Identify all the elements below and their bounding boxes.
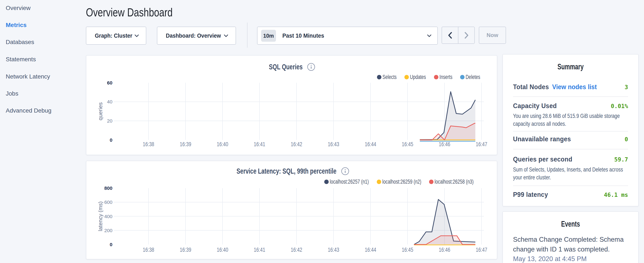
sidebar-item-statements[interactable]: Statements <box>6 55 36 64</box>
x-tick-label: 16:38 <box>143 141 154 147</box>
x-tick-label: 16:43 <box>328 247 339 253</box>
summary-title: Summary <box>520 62 622 72</box>
summary-row-value: 46.1 ms <box>604 191 628 199</box>
y-tick-label: 800 <box>104 185 112 191</box>
summary-row-label: Capacity Used <box>513 102 557 110</box>
summary-row: Unavailable ranges0 <box>513 132 628 149</box>
service-latency-card: Service Latency: SQL, 99th percentile lo… <box>86 161 497 259</box>
sidebar-item-overview[interactable]: Overview <box>6 4 30 12</box>
x-tick-label: 16:47 <box>476 141 487 147</box>
y-tick-label: 60 <box>107 80 112 86</box>
sidebar-item-network-latency[interactable]: Network Latency <box>6 72 50 81</box>
y-tick-label: 20 <box>107 118 112 124</box>
view-nodes-list-link[interactable]: View nodes list <box>552 83 597 91</box>
summary-row: P99 latency46.1 ms <box>513 186 628 199</box>
time-pager <box>442 27 475 44</box>
summary-row-header: P99 latency46.1 ms <box>513 190 628 199</box>
x-tick-label: 16:44 <box>365 141 376 147</box>
summary-row: Capacity Used0.01%You are using 28.6 MiB… <box>513 97 628 132</box>
y-tick-label: 600 <box>104 199 112 205</box>
page: OverviewMetricsDatabasesStatementsNetwor… <box>0 0 644 263</box>
sidebar-item-advanced-debug[interactable]: Advanced Debug <box>6 106 52 115</box>
x-tick-label: 16:46 <box>439 141 450 147</box>
summary-row-label: P99 latency <box>513 190 548 199</box>
x-tick-label: 16:40 <box>217 247 228 253</box>
page-title: Overview Dashboard <box>86 4 173 21</box>
sidebar-item-metrics[interactable]: Metrics <box>6 21 26 29</box>
x-tick-label: 16:46 <box>439 247 450 253</box>
y-tick-label: 40 <box>107 99 112 105</box>
summary-row-value: 0 <box>625 135 628 144</box>
summary-row-value: 59.7 <box>614 155 628 164</box>
summary-row-value: 0.01% <box>611 102 628 110</box>
toolbar-divider <box>247 23 248 48</box>
summary-row-header: Capacity Used0.01% <box>513 102 628 110</box>
chevron-left-icon <box>448 32 452 39</box>
x-tick-label: 16:39 <box>180 141 191 147</box>
summary-row-label: Queries per second <box>513 155 572 164</box>
events-panel: Events Schema Change Completed: Schema c… <box>502 211 639 263</box>
x-tick-label: 16:42 <box>291 247 302 253</box>
summary-row-subtext: Sum of Selects, Updates, Inserts, and De… <box>513 166 629 181</box>
sql-queries-plot: 020406016:3816:3916:4016:4116:4216:4316:… <box>86 56 497 155</box>
x-tick-label: 16:41 <box>254 141 265 147</box>
x-tick-label: 16:47 <box>476 247 487 253</box>
summary-row: Queries per second59.7Sum of Selects, Up… <box>513 149 628 186</box>
chevron-right-icon <box>464 32 468 39</box>
x-tick-label: 16:44 <box>365 247 376 253</box>
x-tick-label: 16:40 <box>217 141 228 147</box>
dashboard-dropdown[interactable]: Dashboard: Overview <box>157 27 236 45</box>
summary-row-label: Unavailable ranges <box>513 135 571 143</box>
y-axis-title: latency (ms) <box>98 201 103 231</box>
x-tick-label: 16:45 <box>402 141 413 147</box>
time-range-badge: 10m <box>261 30 276 42</box>
summary-row: Total NodesView nodes list3 <box>513 72 628 97</box>
x-tick-label: 16:41 <box>254 247 265 253</box>
y-tick-label: 0 <box>110 137 112 143</box>
chevron-down-icon <box>134 35 139 37</box>
x-tick-label: 16:43 <box>328 141 339 147</box>
time-range-picker[interactable]: 10m Past 10 Minutes <box>257 27 438 45</box>
x-tick-label: 16:38 <box>143 247 154 253</box>
x-tick-label: 16:39 <box>180 247 191 253</box>
graph-dropdown-label: Graph: Cluster <box>95 32 132 39</box>
event-message: Schema Change Completed: Schema change w… <box>513 235 628 254</box>
summary-row-header: Queries per second59.7 <box>513 155 628 164</box>
summary-row-header: Unavailable ranges0 <box>513 135 628 144</box>
sidebar-item-databases[interactable]: Databases <box>6 38 34 46</box>
y-axis-title: queries <box>98 102 103 120</box>
y-tick-label: 400 <box>104 214 112 219</box>
chevron-down-icon <box>224 35 228 37</box>
x-tick-label: 16:42 <box>291 141 302 147</box>
chevron-down-icon <box>427 35 432 37</box>
sidebar-item-jobs[interactable]: Jobs <box>6 89 18 98</box>
time-forward-button[interactable] <box>458 27 474 43</box>
event-timestamp: May 13, 2020 at 4:45 PM <box>513 255 628 263</box>
x-tick-label: 16:45 <box>402 247 413 253</box>
summary-panel: Summary Total NodesView nodes list3Capac… <box>502 54 639 206</box>
graph-dropdown[interactable]: Graph: Cluster <box>86 27 146 45</box>
service-latency-plot: 020040060080016:3816:3916:4016:4116:4216… <box>86 161 497 259</box>
sql-queries-card: SQL Queries SelectsUpdatesInsertsDeletes… <box>86 55 497 155</box>
summary-rows: Total NodesView nodes list3Capacity Used… <box>503 72 638 199</box>
events-title: Events <box>520 219 622 229</box>
y-tick-label: 0 <box>110 242 112 247</box>
dashboard-dropdown-label: Dashboard: Overview <box>166 32 221 39</box>
now-button[interactable]: Now <box>479 27 506 44</box>
summary-row-label: Total Nodes <box>513 83 549 91</box>
events-list: Schema Change Completed: Schema change w… <box>503 235 638 263</box>
time-back-button[interactable] <box>442 27 458 43</box>
time-range-label: Past 10 Minutes <box>282 32 324 39</box>
summary-row-value: 3 <box>625 83 628 92</box>
summary-row-header: Total NodesView nodes list3 <box>513 83 628 92</box>
summary-row-subtext: You are using 28.6 MiB of 515.9 GiB usab… <box>513 112 629 128</box>
y-tick-label: 200 <box>104 228 112 233</box>
